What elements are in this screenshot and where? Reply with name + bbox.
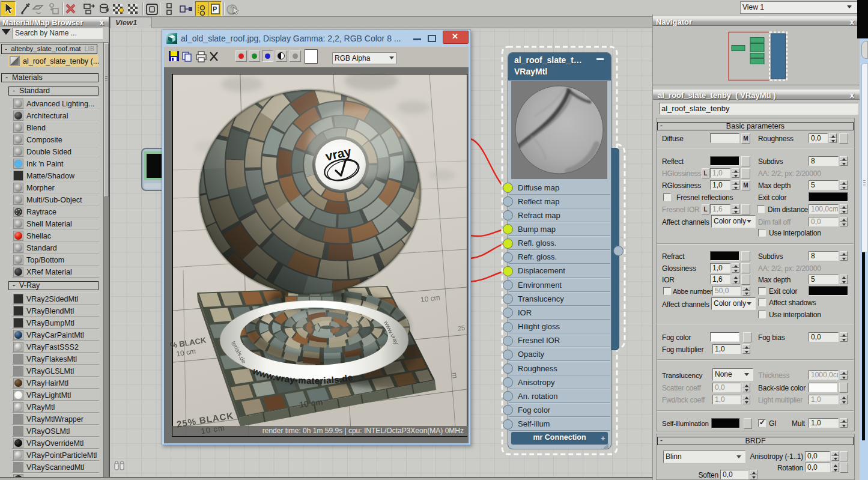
svg-text:P: P [213, 5, 217, 13]
